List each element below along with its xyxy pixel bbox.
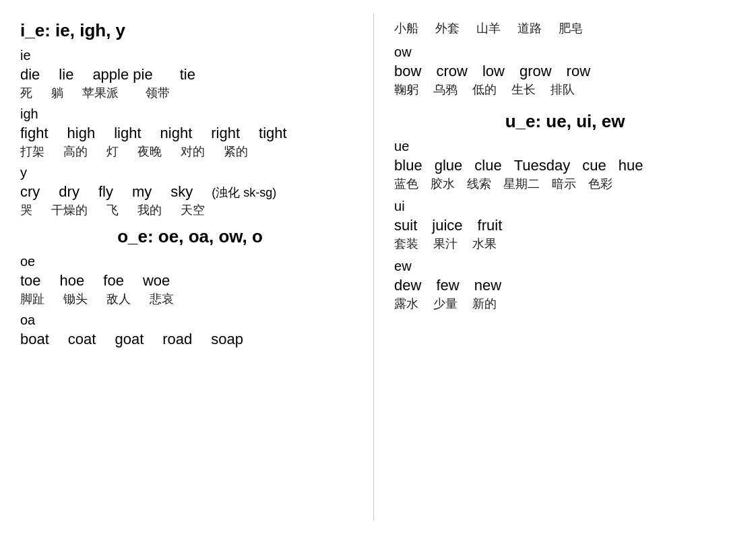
ue-label: ue xyxy=(394,139,736,154)
word-crow: crow xyxy=(436,63,467,80)
word-grow: grow xyxy=(519,63,552,80)
word-night: night xyxy=(160,125,193,142)
zh-tight: 紧的 xyxy=(224,143,248,160)
igh-words-row: fight high light night right tight xyxy=(20,125,360,142)
top-chinese-oa: 小船 外套 山羊 道路 肥皂 xyxy=(394,20,736,36)
word-row: row xyxy=(567,63,590,80)
zh-new: 新的 xyxy=(472,296,497,312)
word-coat: coat xyxy=(68,331,96,348)
zh-grow: 生长 xyxy=(511,81,536,98)
y-label: y xyxy=(20,165,360,180)
y-words-row: cry dry fly my sky (浊化 sk-sg) xyxy=(20,183,360,201)
zh-tuesday: 星期二 xyxy=(503,176,540,192)
zh-road: 道路 xyxy=(517,20,542,36)
zh-juice: 果汁 xyxy=(433,236,458,252)
zh-goat: 山羊 xyxy=(476,20,501,36)
word-my: my xyxy=(132,183,152,201)
zh-applepie: 苹果派 xyxy=(82,85,119,101)
oe-words-row: toe hoe foe woe xyxy=(20,272,360,290)
word-few: few xyxy=(436,277,459,294)
zh-my: 我的 xyxy=(137,202,162,218)
word-road: road xyxy=(162,331,192,348)
word-die: die xyxy=(20,66,40,84)
zh-glue: 胶水 xyxy=(431,176,455,192)
ue-chinese-row: 蓝色 胶水 线索 星期二 暗示 色彩 xyxy=(394,176,736,192)
word-fight: fight xyxy=(20,125,49,142)
zh-cry: 哭 xyxy=(20,202,32,218)
zh-high: 高的 xyxy=(63,143,88,160)
zh-bow: 鞠躬 xyxy=(394,81,418,98)
zh-boat: 小船 xyxy=(394,20,418,36)
left-panel: i_e: ie, igh, y ie die lie apple pie tie… xyxy=(20,13,374,521)
ew-label: ew xyxy=(394,259,736,274)
word-glue: glue xyxy=(435,157,463,174)
zh-crow: 乌鸦 xyxy=(433,81,458,98)
ui-words-row: suit juice fruit xyxy=(394,217,736,234)
zh-right: 对的 xyxy=(181,143,205,160)
oa-label: oa xyxy=(20,312,360,328)
oa-words-row: boat coat goat road soap xyxy=(20,331,360,348)
page: i_e: ie, igh, y ie die lie apple pie tie… xyxy=(0,0,756,534)
igh-chinese-row: 打架 高的 灯 夜晚 对的 紧的 xyxy=(20,143,360,160)
word-blue: blue xyxy=(394,157,422,174)
igh-label: igh xyxy=(20,106,360,122)
zh-sky: 天空 xyxy=(181,202,205,218)
zh-coat: 外套 xyxy=(435,20,460,36)
zh-hue: 色彩 xyxy=(588,176,612,192)
ie-words-row: die lie apple pie tie xyxy=(20,66,360,84)
word-soap: soap xyxy=(211,331,243,348)
word-cry: cry xyxy=(20,183,40,201)
ow-words-row: bow crow low grow row xyxy=(394,63,736,80)
right-panel: 小船 外套 山羊 道路 肥皂 ow bow crow low grow row … xyxy=(374,13,736,521)
word-woe: woe xyxy=(143,272,170,290)
word-hoe: hoe xyxy=(60,272,85,290)
word-dew: dew xyxy=(394,277,421,294)
word-light: light xyxy=(114,125,141,142)
ew-chinese-row: 露水 少量 新的 xyxy=(394,296,736,312)
ui-label: ui xyxy=(394,199,736,214)
word-applepie: apple pie xyxy=(92,66,152,84)
zh-low: 低的 xyxy=(472,81,497,98)
zh-dew: 露水 xyxy=(394,296,418,312)
zh-light: 灯 xyxy=(106,143,119,160)
zh-toe: 脚趾 xyxy=(20,291,44,307)
word-tuesday: Tuesday xyxy=(514,157,571,174)
zh-die: 死 xyxy=(20,85,32,101)
ow-label: ow xyxy=(394,44,736,60)
word-tight: tight xyxy=(259,125,287,142)
word-clue: clue xyxy=(474,157,501,174)
zh-cue: 暗示 xyxy=(552,176,576,192)
ew-words-row: dew few new xyxy=(394,277,736,294)
word-bow: bow xyxy=(394,63,421,80)
word-toe: toe xyxy=(20,272,41,290)
oe-label: oe xyxy=(20,254,360,269)
word-foe: foe xyxy=(103,272,124,290)
ue-title: u_e: ue, ui, ew xyxy=(394,111,736,132)
ui-chinese-row: 套装 果汁 水果 xyxy=(394,236,736,252)
word-goat: goat xyxy=(115,331,144,348)
ue-words-row: blue glue clue Tuesday cue hue xyxy=(394,157,736,174)
word-dry: dry xyxy=(59,183,80,201)
ow-chinese-row: 鞠躬 乌鸦 低的 生长 排队 xyxy=(394,81,736,98)
zh-foe: 敌人 xyxy=(106,291,131,307)
zh-clue: 线索 xyxy=(467,176,491,192)
zh-dry: 干燥的 xyxy=(51,202,88,218)
word-low: low xyxy=(482,63,505,80)
word-boat: boat xyxy=(20,331,49,348)
zh-fight: 打架 xyxy=(20,143,44,160)
word-fruit: fruit xyxy=(478,217,503,234)
word-tie: tie xyxy=(180,66,195,84)
word-sky: sky xyxy=(170,183,193,201)
zh-row: 排队 xyxy=(550,81,575,98)
word-hue: hue xyxy=(619,157,643,174)
word-lie: lie xyxy=(59,66,73,84)
zh-fruit: 水果 xyxy=(472,236,497,252)
word-cue: cue xyxy=(582,157,606,174)
zh-tie: 领带 xyxy=(146,85,170,101)
zh-fly: 飞 xyxy=(106,202,119,218)
word-high: high xyxy=(67,125,96,142)
note-sk-sg: (浊化 sk-sg) xyxy=(212,185,276,201)
oe-chinese-row: 脚趾 锄头 敌人 悲哀 xyxy=(20,291,360,307)
zh-lie: 躺 xyxy=(51,85,63,101)
ie-chinese-row: 死 躺 苹果派 领带 xyxy=(20,85,360,101)
